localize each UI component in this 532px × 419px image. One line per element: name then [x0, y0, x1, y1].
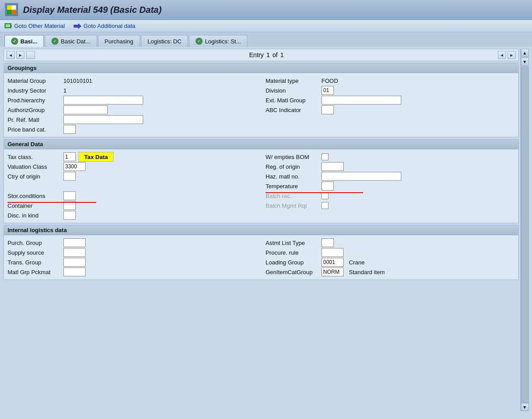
general-left: Tax class. Tax Data Valuation Class Ctry… — [8, 152, 257, 220]
material-type-row: Material type FOOD — [266, 76, 515, 85]
gen-item-cat-desc: Standard item — [349, 269, 385, 275]
logistics-left: Purch. Group Supply source Trans. Group — [8, 238, 257, 277]
tab-basic1[interactable]: ✓ Basi... — [4, 35, 44, 47]
ext-matl-group-label: Ext. Matl Group — [266, 97, 319, 104]
astmt-list-label: Astmt List Type — [266, 240, 319, 246]
material-group-label: Material Group — [8, 78, 61, 84]
nav-next-btn[interactable]: ► — [16, 51, 24, 59]
haz-matl-row: Haz. matl no. — [266, 171, 515, 181]
tax-class-input[interactable] — [63, 152, 76, 161]
purch-group-input[interactable] — [63, 238, 86, 247]
nav-first-btn[interactable]: ◄ — [7, 51, 15, 59]
tax-class-row: Tax class. Tax Data — [8, 152, 257, 162]
matl-grp-pckmat-input[interactable] — [63, 268, 86, 276]
goto-additional-icon — [74, 23, 82, 29]
scroll-down-btn[interactable]: ▼ — [521, 58, 529, 66]
prod-hierarchy-label: Prod.hierarchy — [8, 97, 61, 104]
nav-controls-left: ◄ ► — [7, 51, 35, 59]
valuation-class-input[interactable] — [63, 162, 86, 171]
tab-purchasing[interactable]: Purchasing — [98, 35, 140, 47]
ctry-origin-row: Ctry of origin — [8, 171, 257, 181]
scroll-track[interactable] — [521, 66, 529, 403]
haz-matl-label: Haz. matl no. — [266, 173, 319, 180]
tax-data-btn[interactable]: Tax Data — [78, 152, 113, 162]
general-data-section: General Data Tax class. Tax Data Valuati… — [4, 139, 519, 223]
goto-additional-btn[interactable]: Goto Additional data — [74, 23, 135, 29]
ext-matl-group-input[interactable] — [321, 96, 401, 105]
authoriz-group-label: AuthorizGroup — [8, 107, 61, 113]
gen-item-cat-input[interactable] — [321, 268, 344, 276]
trans-group-label: Trans. Group — [8, 259, 61, 266]
batch-mgmt-row: Batch Mgmt Rqt — [266, 201, 515, 210]
prod-hierarchy-row: Prod.hierarchy — [8, 95, 257, 105]
price-band-label: Price band cat. — [8, 126, 61, 133]
nav-prev-right-btn[interactable]: ◄ — [498, 51, 506, 59]
reg-origin-label: Reg. of origin — [266, 163, 319, 170]
reg-origin-row: Reg. of origin — [266, 162, 515, 171]
general-data-grid: Tax class. Tax Data Valuation Class Ctry… — [8, 152, 515, 220]
tab-basic2[interactable]: ✓ Basic Dat... — [45, 35, 97, 47]
general-data-header: General Data — [4, 140, 518, 149]
valuation-class-label: Valuation Class — [8, 163, 61, 170]
scroll-bottom-btn[interactable]: ▼ — [521, 403, 529, 411]
material-group-value: 101010101 — [63, 78, 92, 84]
procure-rule-input[interactable] — [321, 248, 344, 257]
authoriz-group-input[interactable] — [63, 105, 108, 114]
prod-hierarchy-input[interactable] — [63, 96, 143, 105]
stor-conditions-input[interactable] — [63, 191, 76, 200]
svg-rect-4 — [12, 5, 16, 10]
entry-label: Entry — [249, 51, 264, 58]
pr-ref-matl-input[interactable] — [63, 115, 143, 124]
svg-rect-1 — [7, 5, 12, 10]
batch-mgmt-label: Batch Mgmt Rqt — [266, 202, 319, 209]
tab-basic2-label: Basic Dat... — [61, 38, 90, 45]
tab-bar: ✓ Basi... ✓ Basic Dat... Purchasing Logi… — [0, 32, 532, 47]
price-band-input[interactable] — [63, 125, 76, 134]
loading-group-input[interactable] — [321, 258, 344, 267]
goto-other-label: Goto Other Material — [14, 23, 65, 29]
goto-additional-label: Goto Additional data — [83, 23, 135, 29]
batch-mgmt-checkbox[interactable] — [321, 202, 329, 209]
disc-in-kind-input[interactable] — [63, 211, 76, 220]
scroll-up-btn[interactable]: ▲ — [521, 49, 529, 57]
temperature-input[interactable] — [321, 182, 334, 190]
ext-matl-group-row: Ext. Matl Group — [266, 95, 515, 105]
trans-group-input[interactable] — [63, 258, 86, 267]
svg-rect-2 — [12, 10, 16, 14]
general-data-body: Tax class. Tax Data Valuation Class Ctry… — [4, 149, 518, 223]
reg-origin-input[interactable] — [321, 162, 344, 171]
haz-matl-input[interactable] — [321, 172, 401, 181]
abc-indicator-input[interactable] — [321, 105, 334, 114]
matl-grp-pckmat-row: Matl Grp Pckmat — [8, 267, 257, 277]
division-label: Division — [266, 87, 319, 94]
nav-strip: ◄ ► Entry 1 of 1 ◄ ► — [4, 49, 519, 61]
internal-logistics-section: Internal logistics data Purch. Group Sup… — [4, 225, 519, 280]
material-type-value: FOOD — [321, 78, 338, 84]
tab-basic1-icon: ✓ — [11, 38, 18, 45]
procure-rule-row: Procure. rule — [266, 248, 515, 257]
groupings-body: Material Group 101010101 Industry Sector… — [4, 73, 518, 137]
pr-ref-matl-label: Pr. Ref. Matl — [8, 116, 61, 123]
supply-source-input[interactable] — [63, 248, 86, 257]
tab-purchasing-label: Purchasing — [105, 38, 133, 45]
temperature-row: Temperature — [266, 181, 515, 191]
industry-sector-label: Industry Sector — [8, 87, 61, 94]
tab-logistics-st-label: Logistics: St... — [205, 38, 241, 45]
loading-group-label: Loading Group — [266, 259, 319, 266]
tab-logistics-dc[interactable]: Logistics: DC — [141, 35, 188, 47]
ctry-origin-label: Ctry of origin — [8, 173, 61, 180]
purch-group-row: Purch. Group — [8, 238, 257, 248]
tab-basic2-icon: ✓ — [51, 38, 59, 45]
supply-source-label: Supply source — [8, 249, 61, 256]
gen-item-cat-row: GenItemCatGroup Standard item — [266, 267, 515, 277]
nav-next-right-btn[interactable]: ► — [508, 51, 516, 59]
tab-logistics-st[interactable]: ✓ Logistics: St... — [189, 35, 247, 47]
purch-group-label: Purch. Group — [8, 240, 61, 246]
matl-grp-pckmat-label: Matl Grp Pckmat — [8, 269, 61, 275]
goto-other-material-btn[interactable]: Goto Other Material — [4, 23, 65, 29]
toolbar: Goto Other Material Goto Additional data — [0, 20, 532, 32]
ctry-origin-input[interactable] — [63, 172, 76, 181]
division-input[interactable] — [321, 86, 334, 95]
w-empties-checkbox[interactable] — [321, 153, 329, 160]
astmt-list-input[interactable] — [321, 238, 334, 247]
